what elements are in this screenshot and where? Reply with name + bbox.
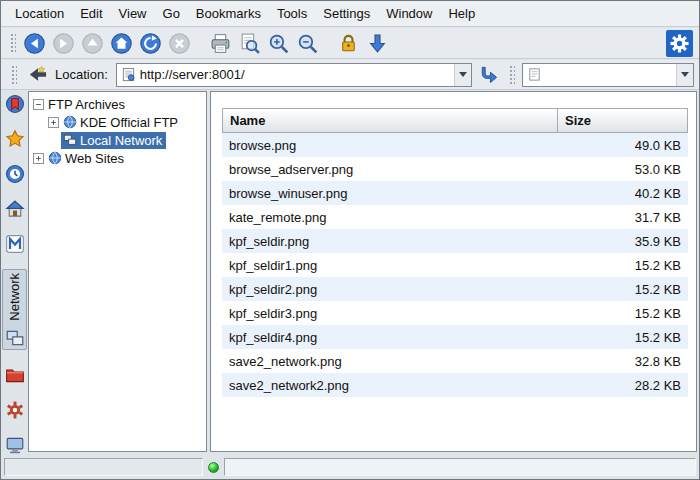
file-row[interactable]: kpf_seldir.png35.9 KB bbox=[222, 229, 688, 253]
tree-item-label: Local Network bbox=[80, 133, 162, 148]
sidebar-tab-bookmark[interactable] bbox=[2, 94, 27, 114]
file-row[interactable]: browse_adserver.png53.0 KB bbox=[222, 157, 688, 181]
tree-expander[interactable] bbox=[33, 99, 44, 110]
file-row[interactable]: kate_remote.png31.7 KB bbox=[222, 205, 688, 229]
extra-toolbar-handle[interactable] bbox=[508, 64, 515, 86]
security-button[interactable] bbox=[334, 29, 363, 58]
tree-item[interactable]: Local Network bbox=[29, 131, 206, 149]
file-name-cell: save2_network2.png bbox=[222, 373, 558, 397]
sidebar-tab-system[interactable] bbox=[2, 435, 27, 455]
file-row[interactable]: browse.png49.0 KB bbox=[222, 133, 688, 157]
location-combobox[interactable] bbox=[116, 63, 472, 87]
zoom-out-button[interactable] bbox=[293, 29, 322, 58]
file-table-body: browse.png49.0 KBbrowse_adserver.png53.0… bbox=[222, 133, 688, 397]
sidebar-tab-root-folder[interactable] bbox=[2, 365, 27, 385]
find-file-button[interactable] bbox=[235, 29, 264, 58]
extra-combo-arrow[interactable] bbox=[676, 64, 693, 86]
metabar-icon bbox=[5, 234, 25, 254]
menu-item-location[interactable]: Location bbox=[7, 2, 72, 25]
services-icon bbox=[5, 400, 25, 420]
menu-item-tools[interactable]: Tools bbox=[269, 2, 315, 25]
sidebar-tab-star[interactable] bbox=[2, 129, 27, 149]
extra-combobox[interactable] bbox=[522, 63, 694, 87]
location-toolbar: Location: bbox=[1, 60, 699, 90]
reload-button[interactable] bbox=[136, 29, 165, 58]
column-header-name[interactable]: Name bbox=[222, 108, 558, 133]
file-table: NameSize browse.png49.0 KBbrowse_adserve… bbox=[222, 108, 688, 397]
stop-icon bbox=[168, 32, 191, 55]
location-input[interactable] bbox=[136, 67, 454, 82]
konqueror-window: LocationEditViewGoBookmarksToolsSettings… bbox=[0, 0, 700, 480]
file-row[interactable]: kpf_seldir1.png15.2 KB bbox=[222, 253, 688, 277]
menu-item-help[interactable]: Help bbox=[440, 2, 483, 25]
file-row[interactable]: save2_network.png32.8 KB bbox=[222, 349, 688, 373]
menu-item-go[interactable]: Go bbox=[155, 2, 188, 25]
tree-item-content: Web Sites bbox=[46, 150, 128, 167]
column-header-size[interactable]: Size bbox=[558, 108, 688, 133]
file-size-cell: 28.2 KB bbox=[558, 373, 688, 397]
status-led-icon bbox=[208, 462, 219, 473]
sidebar-tab-services[interactable] bbox=[2, 400, 27, 420]
menu-item-bookmarks[interactable]: Bookmarks bbox=[188, 2, 269, 25]
tree-expander[interactable] bbox=[48, 117, 59, 128]
tree-item-label: KDE Official FTP bbox=[80, 115, 178, 130]
location-combo-arrow[interactable] bbox=[454, 64, 471, 86]
file-size-cell: 53.0 KB bbox=[558, 157, 688, 181]
main-toolbar bbox=[1, 28, 699, 59]
file-name-cell: kpf_seldir3.png bbox=[222, 301, 558, 325]
toolbar-handle[interactable] bbox=[9, 32, 16, 54]
sidebar-tab-history[interactable] bbox=[2, 164, 27, 184]
clear-location-button[interactable] bbox=[24, 62, 50, 88]
network-icon bbox=[5, 328, 25, 348]
fetch-icon bbox=[366, 32, 389, 55]
file-size-cell: 15.2 KB bbox=[558, 253, 688, 277]
go-button[interactable] bbox=[475, 62, 501, 88]
location-toolbar-handle[interactable] bbox=[10, 64, 17, 86]
home-button[interactable] bbox=[107, 29, 136, 58]
tree-expander[interactable] bbox=[33, 153, 44, 164]
sidebar-tab-label: Network bbox=[7, 273, 22, 321]
system-icon bbox=[5, 435, 25, 455]
file-row[interactable]: kpf_seldir2.png15.2 KB bbox=[222, 277, 688, 301]
tree-item[interactable]: Web Sites bbox=[29, 149, 206, 167]
up-button bbox=[78, 29, 107, 58]
file-row[interactable]: save2_network2.png28.2 KB bbox=[222, 373, 688, 397]
file-row[interactable]: browse_winuser.png40.2 KB bbox=[222, 181, 688, 205]
root-folder-icon bbox=[5, 365, 25, 385]
menu-item-window[interactable]: Window bbox=[378, 2, 440, 25]
sidebar-tab-metabar[interactable] bbox=[2, 234, 27, 254]
file-view-panel: NameSize browse.png49.0 KBbrowse_adserve… bbox=[210, 91, 697, 452]
tree-expander bbox=[48, 135, 59, 146]
file-name-cell: kpf_seldir1.png bbox=[222, 253, 558, 277]
tree-item[interactable]: KDE Official FTP bbox=[29, 113, 206, 131]
extra-combo-input[interactable] bbox=[542, 67, 676, 82]
kde-gear-logo-icon[interactable] bbox=[666, 30, 693, 57]
status-text-field bbox=[224, 458, 696, 476]
sidebar-tab-home[interactable] bbox=[2, 199, 27, 219]
file-size-cell: 15.2 KB bbox=[558, 301, 688, 325]
file-name-cell: kpf_seldir4.png bbox=[222, 325, 558, 349]
file-name-cell: browse.png bbox=[222, 133, 558, 157]
menu-item-edit[interactable]: Edit bbox=[72, 2, 110, 25]
file-row[interactable]: kpf_seldir3.png15.2 KB bbox=[222, 301, 688, 325]
bookmark-icon bbox=[5, 94, 25, 114]
file-row[interactable]: kpf_seldir4.png15.2 KB bbox=[222, 325, 688, 349]
home-icon bbox=[110, 32, 133, 55]
tree-item-content: FTP Archives bbox=[46, 96, 129, 113]
menu-item-view[interactable]: View bbox=[111, 2, 155, 25]
file-name-cell: save2_network.png bbox=[222, 349, 558, 373]
fetch-button[interactable] bbox=[363, 29, 392, 58]
file-size-cell: 32.8 KB bbox=[558, 349, 688, 373]
print-icon bbox=[209, 32, 232, 55]
zoom-in-button[interactable] bbox=[264, 29, 293, 58]
chevron-down-icon bbox=[459, 72, 467, 77]
file-size-cell: 49.0 KB bbox=[558, 133, 688, 157]
back-button[interactable] bbox=[20, 29, 49, 58]
tree-item[interactable]: FTP Archives bbox=[29, 95, 206, 113]
print-button[interactable] bbox=[206, 29, 235, 58]
clear-location-icon bbox=[27, 64, 48, 85]
tree-item-content: KDE Official FTP bbox=[61, 114, 182, 131]
menu-item-settings[interactable]: Settings bbox=[315, 2, 378, 25]
sidebar-tab-network[interactable]: Network bbox=[2, 269, 27, 350]
forward-icon bbox=[52, 32, 75, 55]
